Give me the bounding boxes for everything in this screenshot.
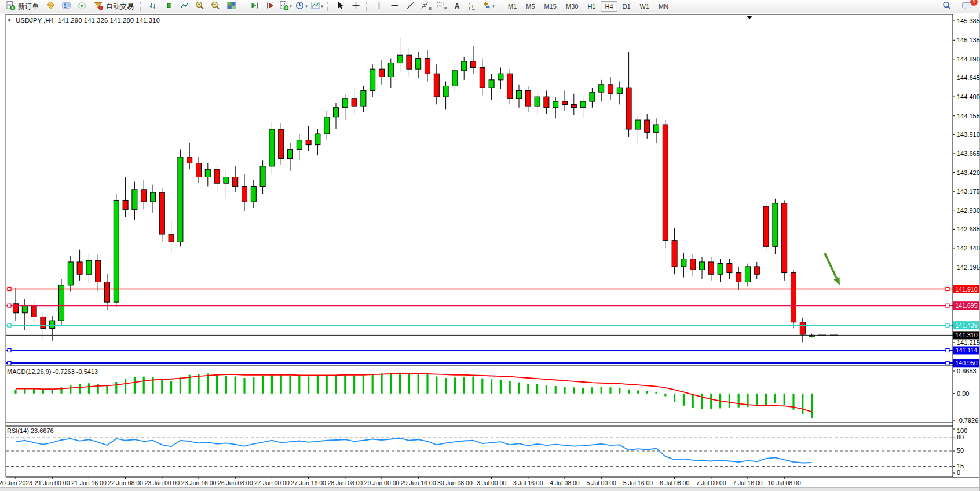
vertical-line-tool-button[interactable]: [371, 1, 386, 12]
arrows-tool-button[interactable]: ▾: [481, 1, 496, 12]
label-tool-button[interactable]: T: [465, 1, 480, 12]
candle-body: [544, 97, 549, 108]
chart-window[interactable]: 141.910141.695141.439141.310141.114140.9…: [0, 13, 980, 491]
vertical-line-icon: [375, 1, 383, 13]
auto-scroll-button[interactable]: [262, 1, 277, 12]
candle-body: [379, 69, 385, 77]
fibonacci-tool-button[interactable]: E: [418, 1, 433, 12]
text-tool-button[interactable]: A: [449, 1, 465, 12]
svg-text:143.420: 143.420: [957, 169, 980, 176]
candle-body: [96, 260, 101, 282]
signals-button[interactable]: [74, 1, 89, 12]
price-chart-canvas[interactable]: 141.910141.695141.439141.310141.114140.9…: [0, 13, 980, 491]
timeframe-w1[interactable]: W1: [636, 1, 654, 12]
candle-body: [672, 241, 677, 267]
svg-text:143.175: 143.175: [957, 188, 980, 195]
candle-body: [507, 74, 513, 99]
candle-body: [233, 177, 238, 187]
timeframe-m1[interactable]: M1: [504, 1, 521, 12]
timeframe-m5[interactable]: M5: [522, 1, 539, 12]
chat-button[interactable]: 1: [959, 1, 974, 12]
indicators-button[interactable]: ▾: [278, 1, 293, 12]
svg-text:141.439: 141.439: [956, 322, 978, 329]
arrow-annotation[interactable]: [825, 253, 840, 285]
candle-body: [736, 273, 741, 282]
svg-text:26 Jun 08:00: 26 Jun 08:00: [218, 479, 253, 486]
candle-body: [342, 99, 348, 108]
crosshair-button[interactable]: [348, 1, 363, 12]
line-chart-button[interactable]: [177, 1, 192, 12]
macd-panel: [16, 373, 812, 418]
horizontal-scrollbar[interactable]: [0, 487, 979, 491]
line-handle: [8, 348, 11, 352]
line-handle: [946, 304, 949, 307]
symbol-dropdown-icon[interactable]: ▼: [7, 18, 12, 23]
zoom-out-button[interactable]: [208, 1, 223, 12]
svg-text:10 Jul 08:00: 10 Jul 08:00: [768, 479, 801, 486]
candle-body: [132, 190, 137, 210]
candle-body: [681, 259, 686, 267]
trendline-tool-button[interactable]: [403, 1, 418, 12]
candle-body: [535, 97, 540, 106]
candle-body: [517, 90, 522, 98]
candle-body: [31, 305, 36, 317]
candle-body: [617, 88, 622, 94]
navigator-button[interactable]: [58, 1, 74, 12]
svg-text:142.685: 142.685: [957, 226, 980, 232]
grid-letter: F: [444, 6, 447, 11]
horizontal-lines[interactable]: 141.910141.695141.439141.310141.114140.9…: [6, 285, 979, 368]
svg-text:3 Jul 00:00: 3 Jul 00:00: [477, 479, 507, 486]
svg-text:5 Jul 16:00: 5 Jul 16:00: [623, 479, 653, 486]
svg-text:80: 80: [957, 434, 964, 441]
candle-body: [635, 120, 641, 129]
svg-text:21 Jun 00:00: 21 Jun 00:00: [35, 479, 70, 486]
horizontal-line-icon: [390, 1, 400, 13]
periods-button[interactable]: ▾: [294, 1, 309, 12]
candle-body: [462, 61, 467, 71]
chevron-down-icon: ▾: [305, 4, 308, 9]
horizontal-line-tool-button[interactable]: [387, 1, 402, 12]
candle-body: [590, 92, 595, 101]
candle-body: [59, 285, 64, 321]
candle-body: [498, 74, 503, 80]
cursor-button[interactable]: [332, 1, 348, 12]
tile-windows-button[interactable]: [224, 1, 239, 12]
candle-body: [260, 166, 265, 187]
candle-body: [452, 71, 458, 86]
candlestick-chart-button[interactable]: [161, 1, 176, 12]
zoom-out-icon: [210, 1, 221, 13]
grid-tool-button[interactable]: F: [434, 1, 449, 12]
svg-text:27 Jun 00:00: 27 Jun 00:00: [254, 479, 290, 486]
timeframe-d1[interactable]: D1: [619, 1, 635, 12]
candles[interactable]: [13, 37, 815, 342]
zoom-in-button[interactable]: [192, 1, 207, 12]
templates-button[interactable]: ▾: [309, 1, 324, 12]
timeframe-m30[interactable]: M30: [562, 1, 582, 12]
candle-body: [361, 90, 366, 106]
bar-chart-button[interactable]: [145, 1, 160, 12]
chart-shift-button[interactable]: [247, 1, 262, 12]
candle-body: [471, 61, 476, 68]
cursor-icon: [335, 1, 345, 13]
timeframe-h1[interactable]: H1: [583, 1, 599, 12]
timeframe-h4[interactable]: H4: [601, 1, 617, 12]
timeframe-m15[interactable]: M15: [540, 1, 561, 12]
search-button[interactable]: [939, 1, 955, 12]
autotrade-button[interactable]: 自动交易: [90, 1, 137, 12]
toolbar-separator: [242, 2, 244, 11]
timeframe-mn[interactable]: MN: [654, 1, 672, 12]
svg-text:141.215: 141.215: [957, 339, 980, 346]
gold-gem-icon: [46, 1, 56, 13]
rsi-line: [16, 438, 812, 463]
candle-body: [86, 260, 92, 274]
svg-text:0: 0: [957, 469, 960, 476]
crosshair-icon: [351, 1, 361, 13]
market-watch-button[interactable]: [43, 1, 58, 12]
toolbar-right: 1: [939, 1, 978, 12]
toolbar-separator: [499, 2, 501, 11]
label-tool-icon: T: [469, 3, 476, 10]
candle-body: [407, 55, 412, 69]
new-order-button[interactable]: 新订单: [2, 1, 42, 12]
svg-text:15: 15: [957, 463, 964, 470]
candle-body: [352, 99, 357, 106]
